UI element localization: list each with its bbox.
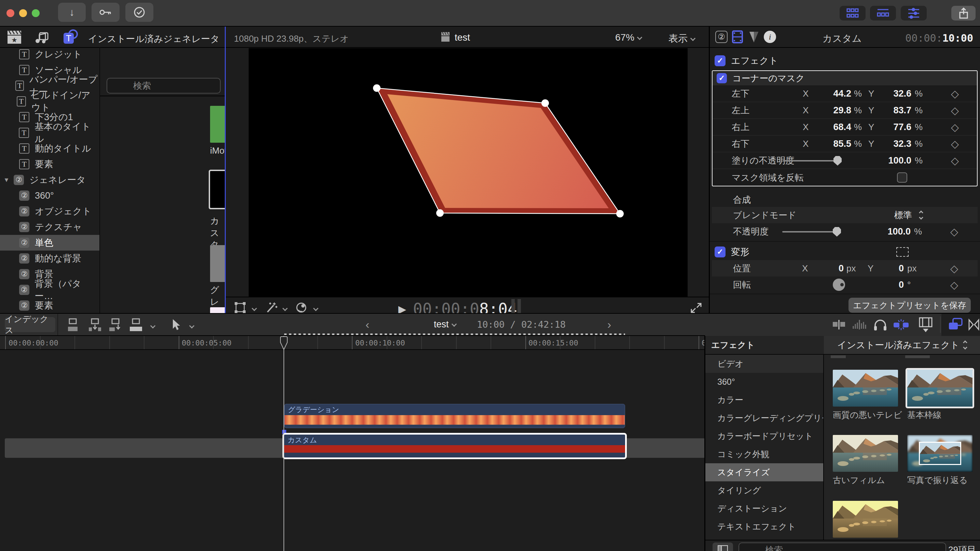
value-field[interactable]: 68.4 [814, 122, 851, 132]
keyframe-diamond-icon[interactable]: ◇ [950, 225, 958, 238]
value-field[interactable]: 32.6 [874, 89, 912, 99]
slider-knob[interactable] [834, 156, 842, 165]
sidebar-item-textures[interactable]: ②テクスチャ [0, 219, 99, 235]
info-inspector-tab[interactable]: i [764, 31, 776, 43]
value-field[interactable]: 0 [806, 263, 844, 274]
effect-thumb-bad-tv[interactable] [833, 370, 898, 407]
append-edit-icon[interactable] [109, 318, 122, 332]
snapping-icon[interactable] [893, 319, 909, 331]
sidebar-item-elements-gen[interactable]: ②要素 [0, 298, 99, 313]
transform-onscreen-icon[interactable] [896, 247, 908, 257]
media-titles-icon[interactable]: T [62, 29, 79, 45]
next-project-button[interactable]: › [607, 318, 611, 331]
sidebar-item-dynamic-bg[interactable]: ②動的な背景 [0, 251, 99, 266]
insert-edit-icon[interactable] [88, 318, 102, 332]
blend-mode-dropdown[interactable]: 標準 [875, 209, 912, 221]
category-distortion[interactable]: ディストーション [705, 499, 823, 518]
value-field[interactable]: 85.5 [814, 138, 851, 149]
generator-set-dropdown[interactable]: インストール済みジェネレータ [88, 33, 229, 45]
timeline-view-button[interactable] [870, 6, 896, 21]
viewer-canvas[interactable] [249, 48, 687, 297]
effect-thumb-aged-film[interactable] [833, 435, 898, 472]
transform-tool-icon[interactable] [234, 302, 246, 313]
effects-browser-icon[interactable] [948, 317, 963, 332]
disclosure-triangle-icon[interactable]: ▼ [3, 176, 14, 184]
category-color-board-presets[interactable]: カラーボードプリセット [705, 427, 823, 445]
solo-headphones-icon[interactable] [873, 318, 888, 332]
category-color-grading-presets[interactable]: カラーグレーディングプリセ… [705, 409, 823, 427]
value-field[interactable]: 32.3 [874, 138, 912, 149]
media-clapperboard-icon[interactable]: ★ [7, 30, 22, 44]
zoom-window-button[interactable] [32, 9, 40, 17]
sidebar-item-basic-title[interactable]: T基本のタイトル [0, 125, 99, 141]
sidebar-item-buildin[interactable]: Tビルドイン/アウト [0, 94, 99, 109]
keyframe-diamond-icon[interactable]: ◇ [951, 88, 959, 100]
opacity-slider[interactable] [782, 231, 839, 232]
overwrite-edit-icon[interactable] [129, 318, 143, 332]
generator-inspector-tab[interactable]: ② [715, 31, 727, 43]
sidebar-item-bg-patterns[interactable]: ②背景（パター… [0, 282, 99, 298]
clip-gradient[interactable]: グラデーション [284, 404, 625, 428]
keyframe-diamond-icon[interactable]: ◇ [950, 262, 958, 275]
viewer-view-dropdown[interactable]: 表示 [668, 32, 695, 45]
corner-mask-section[interactable]: ✓ コーナーのマスク 左下 X 44.2 % Y 32.6 % ◇ 左上 X 2… [712, 70, 978, 186]
connect-edit-icon[interactable] [67, 318, 81, 332]
share-button[interactable] [951, 6, 975, 21]
color-inspector-tab[interactable] [748, 31, 760, 44]
chevron-down-icon[interactable] [252, 306, 257, 311]
value-field[interactable]: 44.2 [814, 89, 851, 99]
sidebar-item-360[interactable]: ②360° [0, 188, 99, 203]
sidebar-item-credits[interactable]: Tクレジット [0, 46, 99, 62]
playhead-marker[interactable] [280, 336, 288, 351]
download-button[interactable]: ↓ [58, 3, 86, 22]
sidebar-item-elements-title[interactable]: T要素 [0, 156, 99, 172]
sidebar-item-dynamic-title[interactable]: T動的タイトル [0, 141, 99, 156]
sidebar-item-solids[interactable]: ②単色 [0, 235, 99, 251]
media-photos-audio-icon[interactable] [34, 31, 48, 44]
effects-checkbox[interactable]: ✓ [714, 55, 725, 66]
chevron-down-icon[interactable] [283, 306, 288, 311]
sidebar-toggle-button[interactable] [713, 543, 733, 551]
viewer-zoom-dropdown[interactable]: 67% [615, 32, 641, 43]
clip-appearance-icon[interactable] [918, 317, 933, 333]
category-text-effects[interactable]: テキストエフェクト [705, 518, 823, 536]
value-field[interactable]: 77.6 [874, 122, 912, 132]
keyframe-diamond-icon[interactable]: ◇ [951, 138, 959, 150]
clip-custom-selected[interactable]: カスタム [283, 433, 627, 459]
category-360[interactable]: 360° [705, 373, 823, 391]
value-field[interactable]: 0 [866, 263, 904, 274]
sidebar-item-objects[interactable]: ②オブジェクト [0, 203, 99, 219]
category-color[interactable]: カラー [705, 391, 823, 409]
timeline-ruler[interactable]: 00:00:00:00 00:00:05:00 00:00:10:00 00:0… [0, 336, 705, 350]
color-correction-icon[interactable] [295, 301, 308, 314]
previous-project-button[interactable]: ‹ [366, 318, 369, 331]
generator-thumb-imovie[interactable] [210, 106, 226, 143]
generator-search-input[interactable] [107, 78, 221, 94]
save-effect-preset-button[interactable]: エフェクトプリセットを保存 [848, 298, 971, 313]
slider-knob[interactable] [833, 227, 841, 237]
value-field[interactable]: 0 [866, 279, 904, 290]
browser-view-button[interactable] [840, 6, 865, 21]
index-button[interactable]: インデックス [5, 317, 55, 332]
chevron-down-icon[interactable] [150, 323, 156, 329]
fill-opacity-slider[interactable] [783, 160, 840, 162]
keyframe-diamond-icon[interactable]: ◇ [951, 105, 959, 116]
timeline-body[interactable]: グラデーション カスタム [0, 350, 705, 551]
transitions-browser-icon[interactable] [968, 319, 980, 331]
video-inspector-tab[interactable] [731, 30, 744, 44]
category-comic-looks[interactable]: コミック外観 [705, 445, 823, 463]
category-stylize[interactable]: スタイライズ [705, 463, 823, 481]
category-tiling[interactable]: タイリング [705, 481, 823, 499]
tasks-button[interactable] [126, 3, 153, 22]
corner-mask-checkbox[interactable]: ✓ [717, 73, 727, 83]
category-video[interactable]: ビデオ [705, 355, 823, 373]
sidebar-item-generators[interactable]: ▼ ② ジェネレータ [0, 172, 99, 188]
playhead[interactable] [283, 336, 284, 551]
enhancements-wand-icon[interactable] [265, 301, 278, 314]
effect-thumb-sepia[interactable] [833, 501, 898, 538]
fullscreen-icon[interactable] [690, 302, 703, 314]
inspector-view-button[interactable] [901, 6, 927, 21]
generator-thumb-grayscale[interactable] [210, 245, 226, 282]
effect-thumb-photo-recall[interactable] [907, 435, 972, 472]
effects-set-dropdown[interactable]: インストール済みエフェクト [824, 336, 980, 354]
